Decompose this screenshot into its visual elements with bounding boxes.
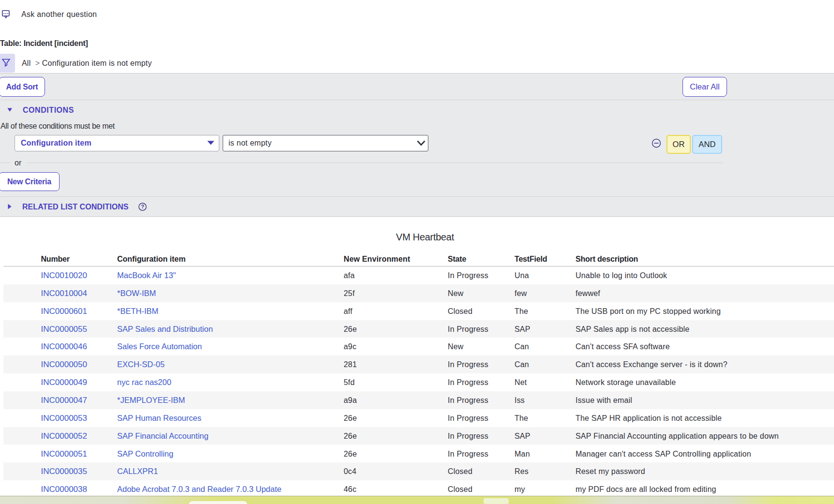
svg-text:?: ? <box>141 204 144 209</box>
